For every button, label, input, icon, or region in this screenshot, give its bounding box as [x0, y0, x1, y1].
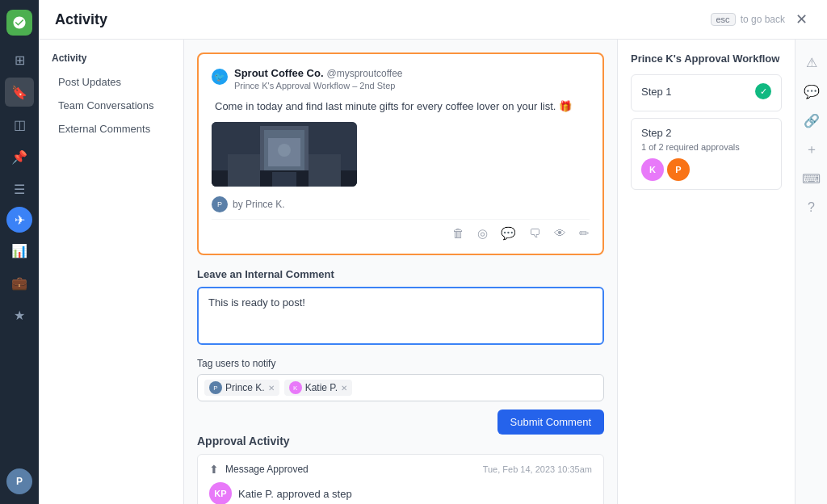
nav-send-icon[interactable]: ✈ — [6, 207, 32, 233]
nav-pin-icon[interactable]: 📌 — [5, 142, 34, 171]
nav-bookmark-icon[interactable]: 🔖 — [5, 78, 34, 107]
post-account: Sprout Coffee Co. @mysproutcoffee Prince… — [234, 67, 403, 90]
post-actions: 🗑 ◎ 💬 🗨 👁 ✏ — [212, 219, 590, 241]
post-card: 🐦 Sprout Coffee Co. @mysproutcoffee Prin… — [197, 52, 604, 255]
nav-inbox-icon[interactable]: ◫ — [5, 110, 34, 139]
svg-point-8 — [278, 144, 291, 157]
go-back-label: to go back — [741, 14, 785, 25]
tag-avatar-prince: P — [209, 381, 222, 394]
activity-primary-text-approved: Message Approved — [225, 464, 309, 475]
tag-chip-prince: P Prince K. ✕ — [204, 380, 279, 396]
post-image — [212, 122, 357, 187]
sidebar-title: Activity — [39, 52, 183, 70]
workflow-step-2: Step 2 1 of 2 required approvals K P — [631, 118, 782, 190]
activity-content-approved: KP Katie P. approved a step — [209, 482, 592, 504]
right-sidebar: ⚠ 💬 🔗 ＋ ⌨ ? — [795, 40, 827, 504]
comment-action-icon[interactable]: 💬 — [501, 226, 516, 241]
page-title: Activity — [55, 11, 107, 28]
nav-star-icon[interactable]: ★ — [5, 300, 34, 330]
tag-section-label: Tag users to notify — [197, 358, 604, 369]
step-1-check: ✓ — [755, 83, 771, 99]
post-content: Come in today and find last minute gifts… — [212, 100, 590, 112]
sidebar-item-post-updates[interactable]: Post Updates — [39, 70, 183, 94]
link-icon[interactable]: 🔗 — [799, 107, 825, 133]
header: Activity esc to go back ✕ — [39, 0, 827, 40]
svg-rect-7 — [309, 154, 341, 187]
workflow-panel: Prince K's Approval Workflow Step 1 ✓ St… — [617, 40, 795, 504]
tag-name-katie: Katie P. — [305, 382, 338, 393]
activity-date-approved: Tue, Feb 14, 2023 10:35am — [483, 464, 592, 474]
nav-bottom-section: P — [6, 468, 32, 494]
sidebar-item-external-comments[interactable]: External Comments — [39, 117, 183, 141]
approval-activity-section: Approval Activity ⬆ Message Approved Tue… — [197, 435, 604, 504]
user-avatar[interactable]: P — [6, 468, 32, 494]
view-action-icon[interactable]: 👁 — [554, 226, 566, 241]
comment-textarea[interactable]: This is ready to post! — [197, 287, 604, 345]
tag-input-area[interactable]: P Prince K. ✕ K Katie P. ✕ — [197, 374, 604, 401]
help-icon[interactable]: ? — [799, 195, 825, 220]
tag-chip-katie: K Katie P. ✕ — [284, 380, 352, 396]
tag-remove-katie[interactable]: ✕ — [341, 384, 347, 393]
speech-icon[interactable]: 💬 — [799, 78, 825, 104]
activity-item-approved: ⬆ Message Approved Tue, Feb 14, 2023 10:… — [197, 454, 604, 504]
add-icon[interactable]: ＋ — [799, 136, 825, 162]
submit-comment-button[interactable]: Submit Comment — [497, 410, 604, 435]
tag-name-prince: Prince K. — [225, 382, 265, 393]
workflow-step-1: Step 1 ✓ — [631, 74, 782, 111]
account-name: Sprout Coffee Co. — [234, 67, 324, 79]
edit-action-icon[interactable]: ✏ — [579, 226, 590, 241]
step-2-name: Step 2 — [641, 127, 672, 139]
alert-icon[interactable]: ⚠ — [799, 49, 825, 75]
nav-chart-icon[interactable]: 📊 — [5, 236, 34, 265]
activity-detail-text: Katie P. approved a step — [238, 488, 352, 500]
activity-sidebar: Activity Post Updates Team Conversations… — [39, 40, 184, 504]
close-button[interactable]: ✕ — [791, 10, 811, 29]
center-panel: 🐦 Sprout Coffee Co. @mysproutcoffee Prin… — [184, 40, 617, 504]
step-1-name: Step 1 — [641, 86, 672, 98]
account-name-row: Sprout Coffee Co. @mysproutcoffee — [234, 67, 403, 79]
activity-row-approved: ⬆ Message Approved Tue, Feb 14, 2023 10:… — [209, 463, 592, 476]
tag-remove-prince[interactable]: ✕ — [268, 384, 275, 393]
chat-action-icon[interactable]: 🗨 — [529, 226, 541, 241]
account-handle: @mysproutcoffee — [327, 68, 403, 79]
esc-key: esc — [711, 13, 736, 26]
step-2-approvals: 1 of 2 required approvals — [641, 142, 771, 152]
main-content: Activity esc to go back ✕ Activity Post … — [39, 0, 827, 504]
twitter-icon: 🐦 — [212, 69, 228, 85]
nav-briefcase-icon[interactable]: 💼 — [5, 268, 34, 297]
workflow-title: Prince K's Approval Workflow — [631, 52, 782, 65]
activity-left-approved: ⬆ Message Approved — [209, 463, 309, 476]
approval-activity-title: Approval Activity — [197, 435, 604, 447]
step-avatar-prince: P — [667, 158, 690, 181]
step-2-header: Step 2 — [641, 127, 771, 139]
post-header: 🐦 Sprout Coffee Co. @mysproutcoffee Prin… — [212, 67, 590, 90]
step-2-avatars: K P — [641, 158, 771, 181]
keyboard-icon[interactable]: ⌨ — [799, 166, 825, 191]
delete-action-icon[interactable]: 🗑 — [452, 226, 464, 241]
left-navigation: ⊞ 🔖 ◫ 📌 ☰ ✈ 📊 💼 ★ P — [0, 0, 39, 504]
comment-section-label: Leave an Internal Comment — [197, 268, 604, 280]
sidebar-item-team-conversations[interactable]: Team Conversations — [39, 94, 183, 117]
tag-avatar-katie: K — [289, 381, 302, 394]
app-logo[interactable] — [6, 10, 32, 36]
workflow-badge: Prince K's Approval Workflow – 2nd Step — [234, 81, 403, 90]
step-avatar-katie: K — [641, 158, 664, 181]
nav-list-icon[interactable]: ☰ — [5, 174, 34, 204]
svg-rect-5 — [272, 172, 296, 187]
body-layout: Activity Post Updates Team Conversations… — [39, 40, 827, 504]
post-image-inner — [212, 122, 357, 187]
header-right: esc to go back ✕ — [711, 10, 812, 29]
esc-hint: esc to go back — [711, 13, 786, 26]
target-action-icon[interactable]: ◎ — [477, 226, 488, 241]
nav-grid-icon[interactable]: ⊞ — [5, 45, 34, 74]
post-author: P by Prince K. — [212, 196, 590, 212]
author-label: by Prince K. — [233, 199, 285, 210]
activity-avatar-katie: KP — [209, 482, 232, 504]
step-1-header: Step 1 ✓ — [641, 83, 771, 99]
svg-rect-6 — [228, 154, 260, 187]
comment-section: Leave an Internal Comment This is ready … — [197, 268, 604, 401]
author-avatar: P — [212, 196, 228, 212]
approval-icon: ⬆ — [209, 463, 219, 476]
